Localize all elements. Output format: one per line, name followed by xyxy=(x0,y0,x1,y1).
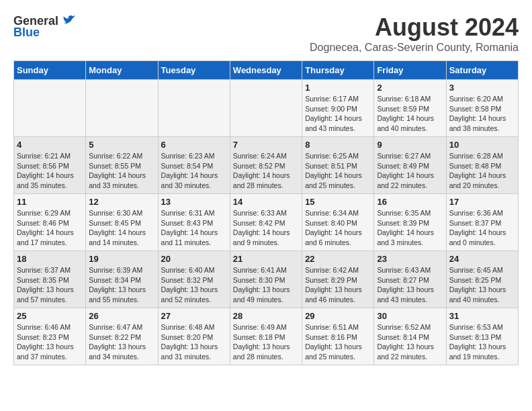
weekday-header-sunday: Sunday xyxy=(14,61,86,80)
calendar-cell: 13Sunrise: 6:31 AM Sunset: 8:43 PM Dayli… xyxy=(158,194,230,251)
day-info: Sunrise: 6:18 AM Sunset: 8:59 PM Dayligh… xyxy=(377,94,443,134)
day-info: Sunrise: 6:39 AM Sunset: 8:34 PM Dayligh… xyxy=(89,265,154,305)
calendar-cell: 28Sunrise: 6:49 AM Sunset: 8:18 PM Dayli… xyxy=(230,308,302,365)
day-info: Sunrise: 6:40 AM Sunset: 8:32 PM Dayligh… xyxy=(161,265,227,305)
day-info: Sunrise: 6:52 AM Sunset: 8:14 PM Dayligh… xyxy=(377,322,443,362)
weekday-header-thursday: Thursday xyxy=(302,61,374,80)
week-row-5: 25Sunrise: 6:46 AM Sunset: 8:23 PM Dayli… xyxy=(14,308,519,365)
logo-bird-icon xyxy=(61,13,76,28)
calendar-cell: 9Sunrise: 6:27 AM Sunset: 8:49 PM Daylig… xyxy=(374,137,446,194)
month-title: August 2024 xyxy=(310,13,519,42)
calendar-cell xyxy=(158,80,230,137)
day-number: 5 xyxy=(89,140,154,150)
day-number: 11 xyxy=(17,197,83,207)
calendar-cell: 5Sunrise: 6:22 AM Sunset: 8:55 PM Daylig… xyxy=(86,137,158,194)
calendar-cell: 18Sunrise: 6:37 AM Sunset: 8:35 PM Dayli… xyxy=(14,251,86,308)
day-info: Sunrise: 6:25 AM Sunset: 8:51 PM Dayligh… xyxy=(305,151,371,191)
day-number: 28 xyxy=(233,311,299,321)
day-number: 2 xyxy=(377,83,443,93)
logo: General Blue xyxy=(13,13,76,40)
day-number: 12 xyxy=(89,197,154,207)
calendar-cell xyxy=(14,80,86,137)
calendar-cell: 24Sunrise: 6:45 AM Sunset: 8:25 PM Dayli… xyxy=(446,251,518,308)
weekday-header-friday: Friday xyxy=(374,61,446,80)
day-number: 31 xyxy=(449,311,515,321)
calendar-table: SundayMondayTuesdayWednesdayThursdayFrid… xyxy=(13,60,519,365)
calendar-cell: 11Sunrise: 6:29 AM Sunset: 8:46 PM Dayli… xyxy=(14,194,86,251)
calendar-cell: 31Sunrise: 6:53 AM Sunset: 8:13 PM Dayli… xyxy=(446,308,518,365)
calendar-cell: 29Sunrise: 6:51 AM Sunset: 8:16 PM Dayli… xyxy=(302,308,374,365)
day-info: Sunrise: 6:51 AM Sunset: 8:16 PM Dayligh… xyxy=(305,322,371,362)
week-row-3: 11Sunrise: 6:29 AM Sunset: 8:46 PM Dayli… xyxy=(14,194,519,251)
logo-blue-text: Blue xyxy=(13,26,40,40)
day-info: Sunrise: 6:20 AM Sunset: 8:58 PM Dayligh… xyxy=(449,94,515,134)
calendar-cell: 19Sunrise: 6:39 AM Sunset: 8:34 PM Dayli… xyxy=(86,251,158,308)
calendar-cell: 3Sunrise: 6:20 AM Sunset: 8:58 PM Daylig… xyxy=(446,80,518,137)
day-info: Sunrise: 6:45 AM Sunset: 8:25 PM Dayligh… xyxy=(449,265,515,305)
weekday-header-wednesday: Wednesday xyxy=(230,61,302,80)
day-number: 6 xyxy=(161,140,227,150)
calendar-cell: 4Sunrise: 6:21 AM Sunset: 8:56 PM Daylig… xyxy=(14,137,86,194)
calendar-cell: 15Sunrise: 6:34 AM Sunset: 8:40 PM Dayli… xyxy=(302,194,374,251)
calendar-cell: 27Sunrise: 6:48 AM Sunset: 8:20 PM Dayli… xyxy=(158,308,230,365)
calendar-cell: 30Sunrise: 6:52 AM Sunset: 8:14 PM Dayli… xyxy=(374,308,446,365)
calendar-cell: 7Sunrise: 6:24 AM Sunset: 8:52 PM Daylig… xyxy=(230,137,302,194)
weekday-header-row: SundayMondayTuesdayWednesdayThursdayFrid… xyxy=(14,61,519,80)
weekday-header-tuesday: Tuesday xyxy=(158,61,230,80)
day-info: Sunrise: 6:22 AM Sunset: 8:55 PM Dayligh… xyxy=(89,151,154,191)
day-info: Sunrise: 6:53 AM Sunset: 8:13 PM Dayligh… xyxy=(449,322,515,362)
day-number: 15 xyxy=(305,197,371,207)
day-number: 25 xyxy=(17,311,83,321)
day-info: Sunrise: 6:37 AM Sunset: 8:35 PM Dayligh… xyxy=(17,265,83,305)
day-number: 30 xyxy=(377,311,443,321)
day-number: 17 xyxy=(449,197,515,207)
day-info: Sunrise: 6:28 AM Sunset: 8:48 PM Dayligh… xyxy=(449,151,515,191)
calendar-cell: 14Sunrise: 6:33 AM Sunset: 8:42 PM Dayli… xyxy=(230,194,302,251)
day-info: Sunrise: 6:35 AM Sunset: 8:39 PM Dayligh… xyxy=(377,208,443,248)
week-row-1: 1Sunrise: 6:17 AM Sunset: 9:00 PM Daylig… xyxy=(14,80,519,137)
day-number: 7 xyxy=(233,140,299,150)
day-number: 4 xyxy=(17,140,83,150)
day-number: 14 xyxy=(233,197,299,207)
day-info: Sunrise: 6:43 AM Sunset: 8:27 PM Dayligh… xyxy=(377,265,443,305)
day-number: 23 xyxy=(377,254,443,264)
day-info: Sunrise: 6:36 AM Sunset: 8:37 PM Dayligh… xyxy=(449,208,515,248)
calendar-cell: 8Sunrise: 6:25 AM Sunset: 8:51 PM Daylig… xyxy=(302,137,374,194)
calendar-cell: 25Sunrise: 6:46 AM Sunset: 8:23 PM Dayli… xyxy=(14,308,86,365)
day-number: 20 xyxy=(161,254,227,264)
day-number: 27 xyxy=(161,311,227,321)
day-number: 16 xyxy=(377,197,443,207)
page-header: General Blue August 2024 Dognecea, Caras… xyxy=(13,13,519,54)
day-number: 3 xyxy=(449,83,515,93)
calendar-cell xyxy=(230,80,302,137)
calendar-cell: 23Sunrise: 6:43 AM Sunset: 8:27 PM Dayli… xyxy=(374,251,446,308)
day-info: Sunrise: 6:47 AM Sunset: 8:22 PM Dayligh… xyxy=(89,322,154,362)
calendar-cell: 17Sunrise: 6:36 AM Sunset: 8:37 PM Dayli… xyxy=(446,194,518,251)
day-number: 13 xyxy=(161,197,227,207)
day-number: 9 xyxy=(377,140,443,150)
day-info: Sunrise: 6:33 AM Sunset: 8:42 PM Dayligh… xyxy=(233,208,299,248)
title-area: August 2024 Dognecea, Caras-Severin Coun… xyxy=(310,13,519,54)
day-info: Sunrise: 6:42 AM Sunset: 8:29 PM Dayligh… xyxy=(305,265,371,305)
day-number: 24 xyxy=(449,254,515,264)
location-title: Dognecea, Caras-Severin County, Romania xyxy=(310,42,519,54)
calendar-cell: 26Sunrise: 6:47 AM Sunset: 8:22 PM Dayli… xyxy=(86,308,158,365)
calendar-cell: 16Sunrise: 6:35 AM Sunset: 8:39 PM Dayli… xyxy=(374,194,446,251)
day-number: 8 xyxy=(305,140,371,150)
calendar-cell: 12Sunrise: 6:30 AM Sunset: 8:45 PM Dayli… xyxy=(86,194,158,251)
day-number: 1 xyxy=(305,83,371,93)
calendar-cell xyxy=(86,80,158,137)
day-info: Sunrise: 6:41 AM Sunset: 8:30 PM Dayligh… xyxy=(233,265,299,305)
day-number: 26 xyxy=(89,311,154,321)
calendar-cell: 10Sunrise: 6:28 AM Sunset: 8:48 PM Dayli… xyxy=(446,137,518,194)
calendar-cell: 22Sunrise: 6:42 AM Sunset: 8:29 PM Dayli… xyxy=(302,251,374,308)
day-number: 10 xyxy=(449,140,515,150)
day-number: 21 xyxy=(233,254,299,264)
weekday-header-saturday: Saturday xyxy=(446,61,518,80)
day-number: 19 xyxy=(89,254,154,264)
day-info: Sunrise: 6:49 AM Sunset: 8:18 PM Dayligh… xyxy=(233,322,299,362)
calendar-cell: 21Sunrise: 6:41 AM Sunset: 8:30 PM Dayli… xyxy=(230,251,302,308)
day-info: Sunrise: 6:23 AM Sunset: 8:54 PM Dayligh… xyxy=(161,151,227,191)
calendar-cell: 6Sunrise: 6:23 AM Sunset: 8:54 PM Daylig… xyxy=(158,137,230,194)
day-number: 18 xyxy=(17,254,83,264)
